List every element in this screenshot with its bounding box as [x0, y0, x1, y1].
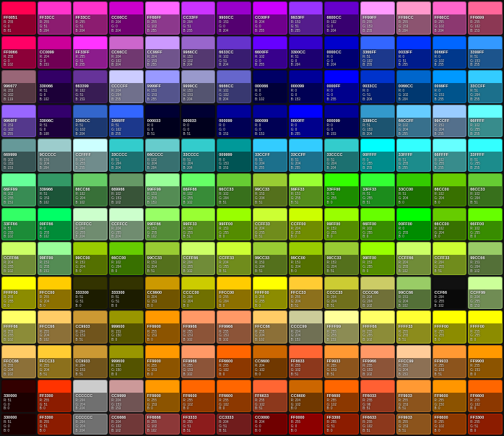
- rgb-label: R: 204 G: 0 B: 153: [40, 55, 70, 68]
- color-cell: 996677R: 153 G: 102 B: 119: [1, 70, 36, 103]
- rgb-label: R: 255 G: 153 B: 51: [399, 420, 429, 433]
- rgb-label: R: 255 G: 153 B: 0: [147, 398, 178, 411]
- color-cell: FF9933R: 255 G: 153 B: 51: [396, 380, 431, 413]
- rgb-label: R: 0 G: 153 B: 255: [435, 89, 465, 102]
- color-cell: 330066R: 51 G: 0 B: 102: [38, 70, 72, 103]
- rgb-label: R: 204 G: 255 B: 102: [4, 261, 34, 274]
- rgb-label: R: 0 G: 255 B: 0: [399, 227, 429, 240]
- rgb-label: R: 204 G: 153 B: 255: [147, 55, 178, 68]
- color-cell: CCCCFFR: 204 G: 204 B: 255: [109, 70, 144, 103]
- color-cell: 9999CCR: 153 G: 153 B: 204: [181, 70, 216, 103]
- rgb-label: R: 102 G: 204 B: 0: [435, 227, 465, 240]
- rgb-label: R: 204 G: 102 B: 0: [291, 398, 321, 411]
- rgb-label: R: 153 G: 102 B: 204: [183, 55, 214, 68]
- hex-label: CCFFFF: [75, 152, 105, 157]
- color-cell: 9900CCR: 153 G: 0 B: 204: [217, 1, 251, 35]
- color-cell: 0033FFR: 0 G: 51 B: 255: [396, 36, 431, 69]
- color-cell: CCFF66R: 204 G: 255 B: 102: [181, 242, 216, 275]
- color-cell: FF6633R: 255 G: 102 B: 51: [253, 380, 287, 413]
- color-cell: 3399FFR: 51 G: 153 B: 255: [468, 36, 503, 69]
- rgb-label: R: 255 G: 153 B: 204: [399, 20, 429, 33]
- hex-label: CC33FF: [183, 15, 214, 20]
- rgb-label: R: 204 G: 255 B: 51: [255, 227, 285, 240]
- hex-label: 99FF00: [326, 222, 357, 227]
- color-cell: CCCCCCR: 204 G: 204 B: 204: [73, 380, 108, 413]
- hex-label: CCFF33: [255, 222, 285, 227]
- rgb-label: R: 51 G: 255 B: 255: [470, 158, 500, 171]
- rgb-label: R: 153 G: 153 B: 255: [147, 89, 178, 102]
- hex-label: CCFF99: [470, 290, 500, 295]
- rgb-label: R: 255 G: 153 B: 255: [362, 20, 393, 33]
- rgb-label: R: 153 G: 255 B: 0: [219, 227, 249, 240]
- color-cell: FF3300R: 255 G: 51 B: 0: [468, 414, 503, 435]
- color-cell: 3399CCR: 51 G: 153 B: 204: [360, 105, 395, 138]
- hex-label: FFFF00: [435, 324, 465, 329]
- rgb-label: R: 51 G: 204 B: 0: [399, 192, 429, 205]
- rgb-label: R: 255 G: 255 B: 51: [399, 330, 429, 343]
- rgb-label: R: 204 G: 255 B: 153: [470, 295, 500, 308]
- color-cell: 339966R: 51 G: 153 B: 102: [38, 173, 72, 206]
- color-cell: FF3333R: 255 G: 51 B: 51: [181, 414, 216, 435]
- color-cell: CCFF66R: 204 G: 255 B: 102: [396, 242, 431, 275]
- rgb-label: R: 0 G: 0 B: 51: [183, 123, 214, 136]
- rgb-label: R: 255 G: 51 B: 255: [75, 55, 105, 68]
- color-cell: 33CCFFR: 51 G: 204 B: 255: [253, 139, 287, 172]
- hex-label: 000099: [219, 118, 249, 123]
- hex-label: CC9933: [75, 324, 105, 329]
- color-cell: FF66CCR: 255 G: 102 B: 204: [433, 1, 467, 35]
- rgb-label: R: 153 G: 0 B: 204: [219, 20, 249, 33]
- hex-label: FFFF99: [326, 324, 357, 329]
- rgb-label: R: 51 G: 51 B: 0: [75, 295, 105, 308]
- rgb-label: R: 255 G: 153 B: 0: [147, 364, 178, 377]
- color-cell: FF6699R: 255 G: 102 B: 153: [468, 1, 503, 35]
- rgb-label: R: 102 G: 255 B: 0: [470, 227, 500, 240]
- color-cell: 999600R: 153 G: 150 B: 0: [109, 345, 144, 378]
- hex-label: 3366CC: [75, 118, 105, 123]
- rgb-label: R: 102 G: 255 B: 255: [435, 158, 465, 171]
- color-cell: 33CCFFR: 51 G: 204 B: 255: [468, 70, 503, 103]
- color-cell: FFCC00R: 255 G: 204 B: 0: [217, 276, 251, 310]
- hex-label: 009999: [219, 152, 249, 157]
- hex-label: FFFF33: [399, 324, 429, 329]
- rgb-label: R: 51 G: 153 B: 204: [362, 123, 393, 136]
- hex-label: FF9600: [435, 393, 465, 398]
- color-cell: 0033CCR: 0 G: 51 B: 204: [360, 70, 395, 103]
- hex-label: CCFFCC: [111, 222, 142, 227]
- color-cell: 99FF00R: 153 G: 255 B: 0: [360, 242, 395, 275]
- color-cell: FF9600R: 255 G: 150 B: 0: [433, 380, 467, 413]
- rgb-label: R: 255 G: 153 B: 102: [183, 330, 214, 343]
- rgb-label: R: 153 G: 204 B: 0: [291, 261, 321, 274]
- hex-label: FF33CC: [75, 15, 105, 20]
- rgb-label: R: 255 G: 204 B: 153: [399, 364, 429, 377]
- rgb-label: R: 51 G: 0 B: 0: [4, 420, 34, 433]
- hex-label: 66CCFF: [399, 118, 429, 123]
- color-cell: FF6600R: 255 G: 102 B: 0: [217, 380, 251, 413]
- hex-label: 000033: [147, 118, 178, 123]
- color-cell: FF9966R: 255 G: 153 B: 102: [181, 310, 216, 344]
- color-cell: 66FFFFR: 102 G: 255 B: 255: [433, 139, 467, 172]
- color-cell: CC9999R: 204 G: 153 B: 153: [109, 380, 144, 413]
- rgb-label: R: 153 G: 204 B: 102: [470, 261, 500, 274]
- color-cell: 009999R: 0 G: 153 B: 153: [217, 139, 251, 172]
- hex-label: FF33CC: [40, 15, 70, 20]
- hex-label: CC0099: [40, 50, 70, 55]
- hex-label: FFFF00: [470, 324, 500, 329]
- rgb-label: R: 0 G: 0 B: 153: [326, 123, 357, 136]
- hex-label: CCF66: [435, 290, 465, 295]
- hex-label: 9933FF: [291, 15, 321, 20]
- rgb-label: R: 153 G: 204 B: 51: [147, 261, 178, 274]
- rgb-label: R: 204 G: 255 B: 204: [111, 227, 142, 240]
- rgb-label: R: 51 G: 0 B: 0: [4, 398, 34, 411]
- rgb-label: R: 255 G: 255 B: 0: [435, 330, 465, 343]
- rgb-label: R: 255 G: 51 B: 0: [40, 398, 70, 411]
- rgb-label: R: 255 G: 153 B: 102: [183, 364, 214, 377]
- rgb-label: R: 204 G: 255 B: 102: [183, 261, 214, 274]
- rgb-label: R: 204 G: 153 B: 153: [111, 398, 142, 411]
- rgb-label: R: 255 G: 204 B: 51: [291, 295, 321, 308]
- color-cell: 99FF33R: 153 G: 255 B: 51: [289, 173, 323, 206]
- hex-label: 330000: [4, 393, 34, 398]
- color-cell: 0099FFR: 0 G: 153 B: 255: [433, 70, 467, 103]
- color-cell: FFFF66R: 255 G: 255 B: 102: [1, 310, 36, 344]
- color-cell: 6600CCR: 102 G: 0 B: 204: [324, 1, 359, 35]
- rgb-label: R: 204 G: 0 B: 255: [255, 20, 285, 33]
